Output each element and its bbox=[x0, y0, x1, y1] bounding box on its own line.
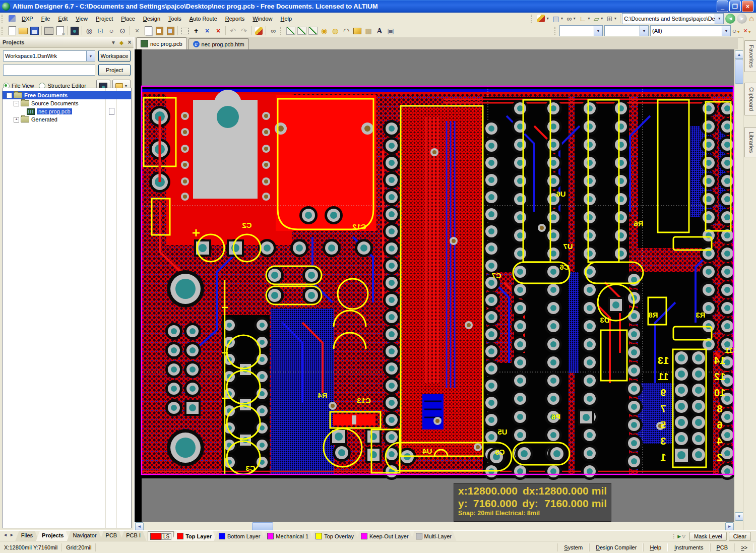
restore-button[interactable]: ❐ bbox=[729, 1, 741, 12]
horizontal-scrollbar[interactable]: ◄ ► bbox=[135, 522, 734, 530]
libraries-tab[interactable]: Libraries bbox=[744, 127, 756, 157]
place-fill-button[interactable] bbox=[352, 25, 363, 36]
panel-tab-pcb2[interactable]: PCB I bbox=[120, 531, 147, 541]
home-page-icon[interactable]: ⌂ bbox=[749, 15, 754, 23]
more-panels-button[interactable]: >> bbox=[734, 543, 754, 551]
board-insight-dropdown[interactable]: ∞▼ bbox=[565, 13, 578, 24]
collapse-icon[interactable]: − bbox=[7, 93, 12, 98]
document-options-button[interactable] bbox=[69, 25, 80, 36]
layer-tab-top[interactable]: Top Layer bbox=[172, 531, 217, 541]
panel-tab-projects[interactable]: Projects bbox=[36, 531, 70, 541]
pcb-button[interactable]: PCB bbox=[710, 543, 735, 551]
panel-tab-files[interactable]: Files bbox=[15, 531, 39, 541]
menu-place[interactable]: Place bbox=[117, 14, 139, 23]
tree-item-generated[interactable]: + Generated bbox=[3, 115, 131, 124]
tab-nec-prog-pcb[interactable]: nec prog.pcb bbox=[136, 37, 187, 49]
project-button[interactable]: Project bbox=[98, 64, 131, 76]
menu-project[interactable]: Project bbox=[92, 14, 117, 23]
find-similar-button[interactable]: ∞ bbox=[268, 25, 279, 36]
zoom-filter-button[interactable]: ⊙ bbox=[117, 25, 128, 36]
zoom-selection-button[interactable]: ○ bbox=[106, 25, 117, 36]
save-button[interactable] bbox=[29, 25, 40, 36]
path-dropdown-icon[interactable]: ▼ bbox=[715, 14, 723, 24]
design-compiler-button[interactable]: Design Compiler bbox=[589, 543, 643, 551]
menu-file[interactable]: File bbox=[37, 14, 54, 23]
menu-reports[interactable]: Reports bbox=[221, 14, 249, 23]
place-component-button[interactable]: ▣ bbox=[385, 25, 396, 36]
clear-filter-button[interactable]: × bbox=[213, 25, 224, 36]
back-button[interactable]: ◄ bbox=[725, 14, 735, 24]
deselect-button[interactable]: × bbox=[202, 25, 213, 36]
layer-set-box[interactable]: LS bbox=[148, 531, 174, 541]
favorites-tab[interactable]: Favorites bbox=[744, 40, 756, 72]
filter-combo-2[interactable]: ▼ bbox=[604, 25, 649, 36]
clear-filter-x-button[interactable]: ×▼ bbox=[742, 25, 753, 36]
apply-filter-button[interactable]: ○▼ bbox=[731, 25, 742, 36]
menu-edit[interactable]: Edit bbox=[54, 14, 72, 23]
workspace-combo[interactable]: Workspace1.DsnWrk ▼ bbox=[3, 50, 95, 62]
scroll-left-icon[interactable]: ◄ bbox=[135, 522, 144, 531]
select-area-button[interactable] bbox=[179, 25, 191, 36]
undo-button[interactable]: ↶ bbox=[227, 25, 238, 36]
clipboard-tab[interactable]: Clipboard bbox=[744, 83, 756, 115]
menu-window[interactable]: Window bbox=[248, 14, 276, 23]
hscroll-thumb[interactable] bbox=[252, 522, 273, 531]
scroll-right-icon[interactable]: ► bbox=[725, 522, 734, 531]
new-document-button[interactable] bbox=[7, 25, 18, 36]
tree-item-source-documents[interactable]: − Source Documents bbox=[3, 99, 131, 107]
menu-help[interactable]: Help bbox=[276, 14, 296, 23]
layer-tab-top-overlay[interactable]: Top Overlay bbox=[310, 531, 359, 541]
layer-tab-bottom[interactable]: Bottom Layer bbox=[214, 531, 265, 541]
print-button[interactable] bbox=[43, 25, 54, 36]
cut-button[interactable]: × bbox=[132, 25, 143, 36]
filter-scope-combo[interactable]: (All)▼ bbox=[650, 25, 731, 36]
place-polygon-button[interactable]: ▦ bbox=[363, 25, 374, 36]
panel-pin-icon[interactable]: ◈ bbox=[117, 40, 125, 45]
layer-tab-keepout[interactable]: Keep-Out Layer bbox=[356, 531, 414, 541]
zoom-area-button[interactable]: ⊡ bbox=[95, 25, 106, 36]
document-path-combo[interactable]: C:\Documents and Settings\pajco\Des ▼ bbox=[622, 13, 724, 24]
redo-button[interactable]: ↷ bbox=[238, 25, 249, 36]
route-multi-button[interactable] bbox=[307, 25, 319, 36]
open-button[interactable] bbox=[18, 25, 29, 36]
move-button[interactable]: + bbox=[191, 25, 202, 36]
scroll-up-icon[interactable]: ▲ bbox=[735, 50, 743, 59]
layer-sets-dropdown[interactable]: ▤▼ bbox=[551, 13, 565, 24]
interactive-routing-button[interactable] bbox=[285, 25, 296, 36]
paste-array-button[interactable] bbox=[165, 25, 176, 36]
pcb-editor-viewport[interactable]: C2C12C6C7U6U7R6D3R8R3U4U5C5C3C13C11P6R41… bbox=[135, 49, 734, 522]
route-differential-button[interactable] bbox=[296, 25, 307, 36]
clear-button[interactable]: Clear bbox=[729, 532, 751, 541]
place-via-button[interactable]: ◍ bbox=[330, 25, 341, 36]
mask-level-button[interactable]: Mask Level bbox=[689, 532, 727, 541]
panel-tab-pcb[interactable]: PCB bbox=[100, 531, 123, 541]
mask-play-icon[interactable]: ▶ bbox=[677, 534, 681, 539]
paste-button[interactable] bbox=[154, 25, 165, 36]
panel-menu-chevron-icon[interactable]: ▼ bbox=[109, 40, 117, 45]
workspace-button[interactable]: Workspace bbox=[98, 50, 131, 62]
measure-dropdown[interactable]: ∟▼ bbox=[578, 13, 592, 24]
menu-auto-route[interactable]: Auto Route bbox=[185, 14, 221, 23]
vscroll-thumb[interactable] bbox=[735, 59, 743, 84]
mask-dots-icon[interactable]: ⋮ bbox=[671, 533, 676, 539]
place-string-button[interactable]: A bbox=[374, 25, 385, 36]
cursor-snap-dropdown[interactable]: ▼ bbox=[536, 13, 551, 24]
forward-button[interactable]: ► bbox=[737, 14, 747, 24]
system-button[interactable]: System bbox=[557, 543, 589, 551]
vertical-scrollbar[interactable]: ▲ ▼ bbox=[734, 49, 743, 522]
collapse-icon[interactable]: − bbox=[14, 101, 19, 106]
expand-icon[interactable]: + bbox=[14, 117, 19, 122]
snippets-dropdown[interactable]: ▱▼ bbox=[592, 13, 605, 24]
scroll-down-icon[interactable]: ▼ bbox=[735, 512, 743, 521]
minimize-button[interactable]: _ bbox=[717, 1, 728, 12]
close-button[interactable]: × bbox=[742, 1, 753, 12]
layer-tab-mechanical1[interactable]: Mechanical 1 bbox=[262, 531, 313, 541]
panel-close-icon[interactable]: × bbox=[125, 39, 134, 46]
menu-tools[interactable]: Tools bbox=[164, 14, 185, 23]
place-pad-button[interactable]: ◉ bbox=[319, 25, 330, 36]
tab-nec-prog-pcb-htm[interactable]: e nec prog.pcb.htm bbox=[188, 38, 249, 49]
place-arc-button[interactable]: ◠ bbox=[341, 25, 352, 36]
tree-item-nec-prog-pcb[interactable]: nec prog.pcb bbox=[3, 107, 131, 115]
filter-combo-1[interactable]: ▼ bbox=[559, 25, 603, 36]
filter-wand-button[interactable] bbox=[253, 25, 264, 36]
